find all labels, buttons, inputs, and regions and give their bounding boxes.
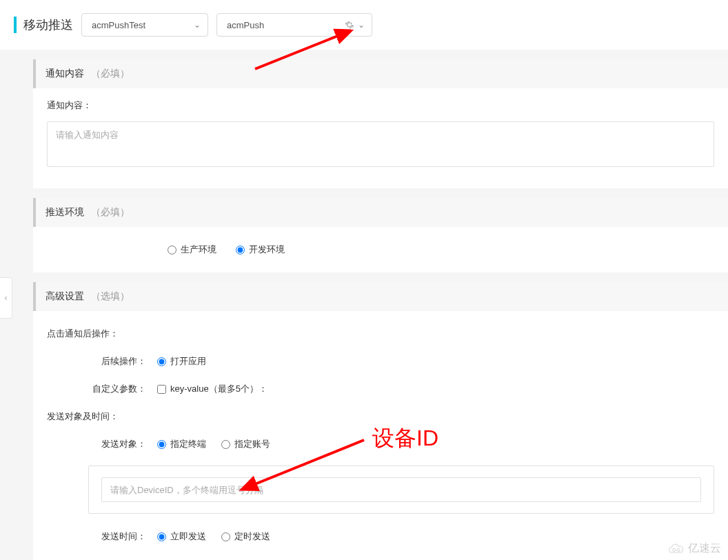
panel-notify-title: 通知内容: [46, 68, 84, 79]
radio-dev[interactable]: 开发环境: [236, 243, 285, 256]
dropdown-2-value: acmPush: [227, 20, 264, 30]
panel-notify-required: （必填）: [91, 68, 130, 79]
custom-params-label: 自定义参数：: [47, 383, 157, 395]
radio-open-app-input[interactable]: [157, 357, 166, 366]
dropdown-1-value: acmPushTest: [92, 20, 145, 30]
panel-notify-header: 通知内容 （必填）: [33, 59, 728, 88]
radio-send-scheduled-label: 定时发送: [234, 530, 270, 543]
target-time-label: 发送对象及时间：: [47, 410, 714, 423]
send-time-label: 发送时间：: [47, 530, 157, 543]
gear-icon: [345, 20, 354, 30]
watermark: 亿速云: [667, 541, 721, 556]
radio-target-account[interactable]: 指定账号: [221, 438, 270, 450]
chevron-down-icon: ⌄: [194, 20, 201, 30]
checkbox-kv-input[interactable]: [157, 385, 166, 394]
app-dropdown-2[interactable]: acmPush ⌄: [216, 13, 372, 37]
row-target: 发送对象： 指定终端 指定账号: [47, 438, 714, 450]
notify-textarea[interactable]: [47, 121, 714, 167]
checkbox-kv[interactable]: key-value（最多5个）：: [157, 383, 267, 395]
panel-advanced-header: 高级设置 （选填）: [33, 282, 728, 311]
panel-advanced: 高级设置 （选填） 点击通知后操作： 后续操作： 打开应用 自定义参数：: [33, 282, 728, 560]
checkbox-kv-label: key-value（最多5个）：: [170, 383, 267, 395]
watermark-text: 亿速云: [688, 541, 721, 556]
radio-target-device-input[interactable]: [157, 440, 166, 449]
radio-prod[interactable]: 生产环境: [168, 243, 216, 256]
main-content: 通知内容 （必填） 通知内容： 推送环境 （必填） 生产环境 开发环境: [0, 59, 728, 560]
notify-label: 通知内容：: [47, 99, 714, 112]
app-dropdown-1[interactable]: acmPushTest ⌄: [81, 13, 208, 37]
panel-env-header: 推送环境 （必填）: [33, 198, 728, 227]
radio-target-account-label: 指定账号: [234, 438, 270, 450]
panel-advanced-body: 点击通知后操作： 后续操作： 打开应用 自定义参数： key-value（最多5…: [33, 311, 728, 560]
panel-advanced-title: 高级设置: [46, 290, 84, 301]
cloud-icon: [667, 543, 685, 555]
radio-open-app[interactable]: 打开应用: [157, 355, 206, 368]
device-id-input[interactable]: [101, 477, 701, 502]
radio-dev-input[interactable]: [236, 246, 245, 254]
panel-env-required: （必填）: [91, 206, 130, 217]
row-send-time: 发送时间： 立即发送 定时发送: [47, 530, 714, 543]
panel-notify-body: 通知内容：: [33, 88, 728, 188]
radio-open-app-label: 打开应用: [170, 355, 206, 368]
panel-advanced-optional: （选填）: [91, 290, 130, 301]
svg-point-4: [677, 548, 680, 551]
radio-send-scheduled[interactable]: 定时发送: [221, 530, 270, 543]
radio-target-device-label: 指定终端: [170, 438, 206, 450]
radio-send-now[interactable]: 立即发送: [157, 530, 206, 543]
after-click-label: 点击通知后操作：: [47, 328, 714, 340]
device-input-container: [88, 466, 714, 514]
gear-with-chevron: ⌄: [345, 20, 365, 30]
radio-prod-label: 生产环境: [181, 243, 216, 256]
row-custom-params: 自定义参数： key-value（最多5个）：: [47, 383, 714, 395]
svg-point-3: [673, 548, 676, 551]
panel-env: 推送环境 （必填） 生产环境 开发环境: [33, 198, 728, 272]
chevron-down-icon: ⌄: [358, 20, 365, 30]
panel-env-body: 生产环境 开发环境: [33, 227, 728, 272]
radio-send-now-label: 立即发送: [170, 530, 206, 543]
radio-target-account-input[interactable]: [221, 440, 230, 449]
panel-notify: 通知内容 （必填） 通知内容：: [33, 59, 728, 188]
followup-label: 后续操作：: [47, 355, 157, 368]
panel-env-title: 推送环境: [46, 206, 84, 217]
radio-target-device[interactable]: 指定终端: [157, 438, 206, 450]
radio-send-now-input[interactable]: [157, 532, 166, 541]
radio-prod-input[interactable]: [168, 246, 176, 254]
target-label: 发送对象：: [47, 438, 157, 450]
radio-send-scheduled-input[interactable]: [221, 532, 230, 541]
row-followup: 后续操作： 打开应用: [47, 355, 714, 368]
top-bar: 移动推送 acmPushTest ⌄ acmPush ⌄: [0, 0, 728, 50]
page-title: 移动推送: [14, 17, 73, 33]
radio-dev-label: 开发环境: [249, 243, 285, 256]
